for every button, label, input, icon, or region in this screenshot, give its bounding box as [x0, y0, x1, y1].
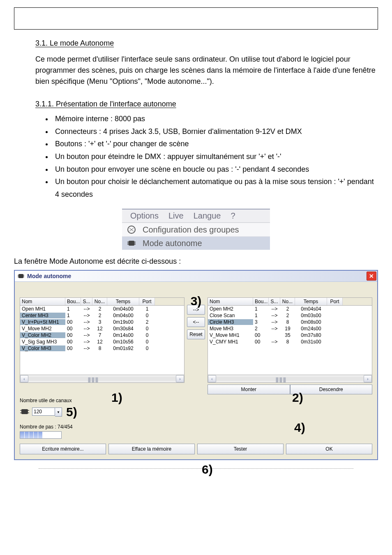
cell-nom: Open MH1 [20, 306, 65, 312]
cell-temps: 0m24s00 [295, 326, 327, 332]
col-nom[interactable]: Nom [208, 298, 253, 305]
cell-temps: 0m04s00 [107, 313, 139, 318]
close-button[interactable]: ✕ [367, 272, 376, 281]
left-list-body[interactable]: Open MH11-->20m04s001Center MH31-->20m04… [20, 306, 184, 375]
paragraph-1: Ce mode permet d'utiliser l'interface se… [35, 54, 378, 87]
cell-no: 12 [92, 339, 107, 345]
cell-temps: 0m30s84 [107, 326, 139, 332]
col-temps[interactable]: Temps [107, 298, 139, 305]
reset-button[interactable]: Reset [187, 329, 205, 339]
list-item: Connecteurs : 4 prises Jack 3.5, USB, Bo… [53, 125, 378, 138]
col-no[interactable]: No... [280, 298, 295, 305]
channels-combo[interactable]: ▼ [32, 408, 62, 417]
heading-2: 3.1.1. Présentation de l'interface auton… [35, 100, 176, 108]
cell-no: 2 [280, 313, 295, 318]
col-bou[interactable]: Bou... [65, 298, 81, 305]
chevron-down-icon[interactable]: ▼ [55, 408, 62, 417]
table-row[interactable]: Circle MH33-->80m08s00 [208, 319, 372, 325]
remove-button[interactable]: <-- [187, 317, 205, 327]
table-row[interactable]: Open MH11-->20m04s001 [20, 306, 184, 312]
table-row[interactable]: V_Color MH200-->70m14s000 [20, 332, 184, 339]
menu-help[interactable]: ? [226, 211, 240, 221]
table-row[interactable]: Close Scan1-->20m03s00 [208, 312, 372, 319]
list-item: Un bouton pour envoyer une scène en bouc… [53, 163, 378, 176]
groups-icon [125, 225, 138, 235]
cell-s: --> [269, 319, 280, 325]
table-row[interactable]: Move MH32-->190m24s00 [208, 325, 372, 332]
menu-langue[interactable]: Langue [189, 211, 226, 221]
table-row[interactable]: V_CMY MH100-->80m31s00 [208, 339, 372, 345]
cell-no: 2 [92, 306, 107, 312]
cell-nom: V_Move MH2 [20, 326, 65, 332]
right-list-header: Nom Bou... S... No... Temps Port [208, 297, 372, 306]
cell-port: 0 [139, 313, 155, 318]
cell-bou: 1 [65, 306, 81, 312]
cell-s: --> [81, 306, 92, 312]
table-row[interactable]: V_Ir+Pu+St MH100-->30m19s002 [20, 319, 184, 325]
ok-button[interactable]: OK [286, 444, 372, 454]
right-list-panel: Nom Bou... S... No... Temps Port Open MH… [208, 297, 372, 394]
cell-nom: V_Color MH2 [20, 332, 65, 338]
menu-item-config-groups[interactable]: Configuration des groupes [122, 223, 270, 236]
table-row[interactable]: Open MH21-->20m04s04 [208, 306, 372, 312]
scroll-thumb[interactable]: ▮▮▮ [275, 375, 286, 383]
col-s[interactable]: S... [269, 298, 280, 305]
scroll-left-icon[interactable]: ‹ [20, 375, 28, 382]
col-bou[interactable]: Bou... [253, 298, 269, 305]
cell-bou: 00 [253, 339, 269, 345]
col-s[interactable]: S... [81, 298, 92, 305]
col-nom[interactable]: Nom [20, 298, 65, 305]
close-icon: ✕ [369, 273, 374, 279]
list-item: Boutons : '+' et '-' pour changer de scè… [53, 138, 378, 150]
menu-options[interactable]: Options [125, 211, 164, 221]
cell-s: --> [269, 306, 280, 312]
cell-no: 8 [280, 339, 295, 345]
erase-memory-button[interactable]: Efface la mémoire [108, 444, 195, 454]
cell-bou: 00 [65, 319, 81, 325]
cell-no: 8 [280, 319, 295, 325]
cell-bou: 1 [253, 313, 269, 318]
scroll-left-icon[interactable]: ‹ [208, 375, 216, 382]
marker-3: 3) [191, 294, 202, 308]
right-list-body[interactable]: Open MH21-->20m04s04Close Scan1-->20m03s… [208, 306, 372, 375]
col-temps[interactable]: Temps [295, 298, 327, 305]
cell-temps: 0m01s92 [107, 345, 139, 351]
menu-flyout: Options Live Langue ? Configuration des … [122, 209, 270, 250]
table-row[interactable]: V_Move MH100350m37s80 [208, 332, 372, 339]
cell-nom: V_Color MH3 [20, 345, 65, 351]
right-scrollbar[interactable]: ‹ ▮▮▮ › [208, 375, 372, 383]
table-row[interactable]: V_Move MH200-->120m30s840 [20, 325, 184, 332]
cell-s: --> [81, 313, 92, 318]
move-up-button[interactable]: Monter [208, 385, 290, 394]
table-row[interactable]: V_Color MH300-->80m01s920 [20, 345, 184, 352]
menu-item-standalone-mode[interactable]: Mode autonome [122, 236, 270, 250]
cell-temps: 0m04s00 [107, 306, 139, 312]
cell-s: --> [269, 326, 280, 332]
scroll-right-icon[interactable]: › [176, 375, 184, 382]
cell-bou: 00 [65, 326, 81, 332]
cell-temps: 0m14s00 [107, 332, 139, 338]
cell-no: 8 [92, 345, 107, 351]
cell-port: 2 [139, 319, 155, 325]
cell-nom: V_Ir+Pu+St MH1 [20, 319, 65, 325]
cell-no: 2 [280, 306, 295, 312]
scroll-right-icon[interactable]: › [364, 375, 372, 382]
cell-nom: V_Move MH1 [208, 332, 253, 338]
channels-input[interactable] [32, 408, 55, 416]
col-port[interactable]: Port [327, 298, 343, 305]
table-row[interactable]: V_Sig Sag MH300-->120m10s560 [20, 339, 184, 345]
col-port[interactable]: Port [139, 298, 155, 305]
table-row[interactable]: Center MH31-->20m04s000 [20, 312, 184, 319]
cell-nom: Open MH2 [208, 306, 253, 312]
cell-bou: 00 [65, 332, 81, 338]
col-no[interactable]: No... [92, 298, 107, 305]
write-memory-button[interactable]: Ecriture mémoire... [20, 444, 106, 454]
chip-icon [20, 408, 30, 417]
scroll-thumb[interactable]: ▮▮▮ [88, 375, 99, 383]
test-button[interactable]: Tester [197, 444, 284, 454]
cell-temps: 0m08s00 [295, 319, 327, 325]
menu-live[interactable]: Live [164, 211, 189, 221]
cell-port: 0 [139, 332, 155, 338]
cell-s: --> [81, 345, 92, 351]
left-scrollbar[interactable]: ‹ ▮▮▮ › [20, 375, 184, 383]
